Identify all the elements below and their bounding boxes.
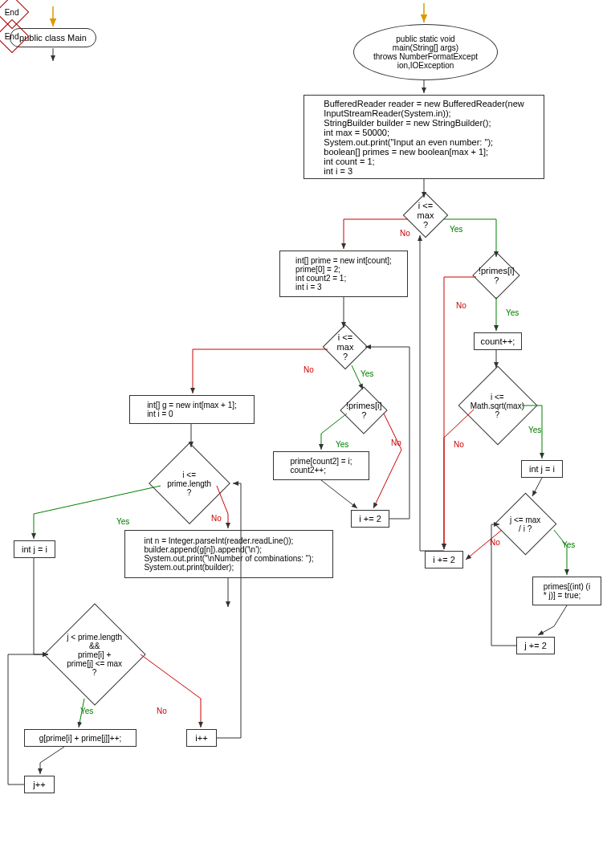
label-no: No: [211, 514, 222, 523]
label-no: No: [456, 301, 466, 310]
label-yes: Yes: [528, 426, 541, 434]
process-i-inc: i++: [186, 729, 217, 747]
label-yes: Yes: [506, 308, 519, 317]
decision-i-le-prime-length: i <= prime.length ?: [149, 442, 230, 524]
label-no: No: [391, 438, 401, 447]
terminal-main-method: public static void main(String[] args) t…: [353, 24, 498, 80]
label-yes: Yes: [361, 369, 373, 378]
label-no: No: [400, 229, 410, 238]
process-i-plus-2-2: i += 2: [351, 510, 389, 528]
process-primes-ij-true: primes[(int) (i * j)] = true;: [532, 577, 601, 605]
end-node-2: End: [0, 19, 29, 53]
process-i-plus-2-1: i += 2: [425, 551, 463, 568]
label-yes: Yes: [116, 517, 129, 526]
label-no: No: [304, 365, 314, 374]
decision-j-le-max-div-i: j <= max / i ?: [495, 493, 557, 556]
process-int-j-eq-i-2: int j = i: [14, 540, 55, 558]
process-j-inc: j++: [24, 776, 55, 793]
process-count-inc: count++;: [474, 332, 522, 350]
process-prime-count2: prime[count2] = i; count2++;: [273, 451, 369, 480]
process-g-array: int[] g = new int[max + 1]; int i = 0: [129, 395, 255, 424]
process-init: BufferedReader reader = new BufferedRead…: [304, 95, 544, 179]
decision-i-le-sqrt-max: i <= Math.sqrt(max) ?: [458, 366, 538, 446]
decision-i-le-max-2: i <= max ?: [323, 324, 369, 370]
label-yes: Yes: [80, 707, 93, 715]
decision-not-primes-i-1: !primes[i] ?: [472, 251, 519, 299]
decision-not-primes-i-2: !primes[i] ?: [340, 386, 387, 434]
process-output: int n = Integer.parseInt(reader.readLine…: [124, 530, 333, 578]
process-prime-array: int[] prime = new int[count]; prime[0] =…: [279, 251, 408, 297]
label-no: No: [490, 538, 500, 547]
process-int-j-eq-i-1: int j = i: [521, 460, 563, 478]
decision-j-prime-length: j < prime.length && prime[i] + prime[j] …: [43, 603, 145, 705]
label-yes: Yes: [450, 225, 462, 234]
process-g-inc: g[prime[i] + prime[j]]++;: [24, 729, 136, 747]
label-no: No: [454, 440, 464, 449]
label-yes: Yes: [336, 440, 348, 449]
process-j-plus-2-1: j += 2: [516, 637, 555, 654]
label-no: No: [157, 707, 167, 715]
label-yes: Yes: [562, 540, 575, 549]
